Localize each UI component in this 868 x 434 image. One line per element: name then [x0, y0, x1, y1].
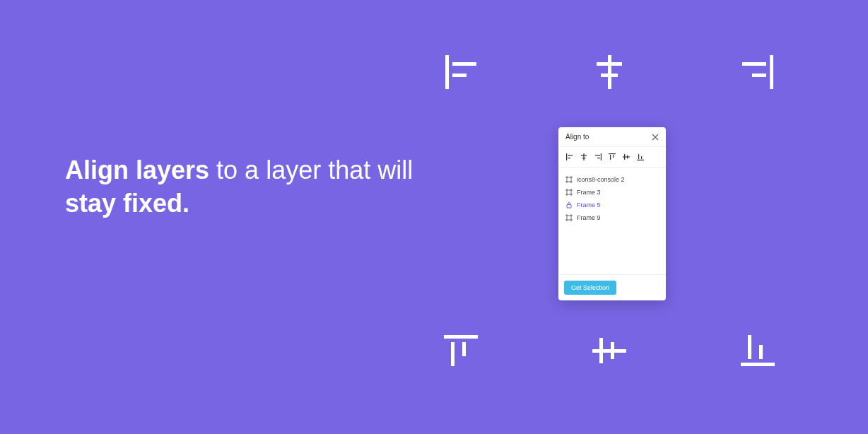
close-icon[interactable] — [652, 134, 659, 141]
svg-rect-21 — [583, 153, 584, 160]
get-selection-button[interactable]: Get Selection — [564, 281, 616, 295]
align-bottom-icon[interactable] — [636, 153, 645, 161]
svg-rect-20 — [568, 158, 570, 158]
align-top-large-icon — [441, 331, 481, 370]
align-horizontal-center-icon[interactable] — [580, 153, 588, 161]
svg-rect-34 — [638, 154, 639, 159]
headline: Align layers to a layer that will stay f… — [65, 154, 413, 221]
svg-rect-28 — [610, 155, 611, 160]
svg-rect-35 — [641, 156, 642, 159]
frame-icon — [565, 189, 573, 196]
frame-icon — [565, 214, 573, 221]
align-top-icon[interactable] — [608, 153, 616, 161]
align-vertical-center-large-icon — [590, 331, 629, 370]
align-left-large-icon — [441, 52, 481, 92]
layer-label: icons8-console 2 — [577, 176, 625, 183]
panel-title: Align to — [565, 133, 589, 141]
headline-text: to a layer that will — [209, 156, 413, 184]
svg-rect-15 — [741, 363, 775, 366]
svg-rect-7 — [742, 62, 766, 66]
svg-rect-14 — [611, 342, 614, 359]
layer-item[interactable]: Frame 9 — [558, 211, 666, 224]
svg-rect-5 — [601, 74, 618, 77]
svg-rect-4 — [597, 62, 622, 66]
svg-rect-25 — [595, 155, 600, 156]
svg-rect-1 — [452, 62, 476, 66]
layer-item-selected[interactable]: Frame 5 — [558, 199, 666, 211]
layers-list: icons8-console 2 Frame 3 Frame 5 Frame 9 — [558, 168, 666, 274]
align-panel: Align to icons8-console 2 — [558, 127, 666, 300]
svg-rect-36 — [567, 205, 571, 209]
layer-item[interactable]: Frame 3 — [558, 186, 666, 199]
svg-rect-3 — [608, 55, 611, 89]
svg-rect-10 — [451, 342, 454, 366]
headline-bold-2: stay fixed. — [65, 189, 189, 218]
svg-rect-17 — [759, 345, 763, 359]
layer-label: Frame 3 — [577, 189, 601, 196]
svg-rect-18 — [566, 153, 567, 160]
align-horizontal-center-large-icon — [590, 52, 629, 92]
svg-rect-11 — [462, 342, 466, 356]
align-right-large-icon — [738, 52, 778, 92]
svg-rect-30 — [623, 156, 630, 157]
svg-rect-16 — [748, 335, 751, 359]
svg-rect-24 — [601, 153, 602, 160]
layer-label: Frame 5 — [577, 201, 601, 209]
svg-rect-26 — [597, 158, 600, 158]
panel-footer: Get Selection — [558, 274, 666, 300]
svg-rect-33 — [637, 160, 644, 160]
frame-icon — [565, 176, 573, 183]
svg-rect-9 — [444, 335, 478, 339]
align-vertical-center-icon[interactable] — [622, 153, 631, 161]
layer-item[interactable]: icons8-console 2 — [558, 173, 666, 186]
layer-label: Frame 9 — [577, 214, 601, 221]
svg-rect-27 — [609, 153, 616, 154]
svg-rect-12 — [592, 349, 626, 353]
svg-rect-8 — [752, 74, 766, 77]
svg-rect-22 — [581, 155, 587, 156]
svg-rect-32 — [627, 156, 628, 159]
align-bottom-large-icon — [738, 331, 778, 370]
svg-rect-19 — [568, 155, 573, 156]
align-left-icon[interactable] — [565, 153, 574, 161]
lock-icon — [565, 201, 573, 209]
svg-rect-31 — [624, 154, 625, 160]
svg-rect-13 — [599, 338, 603, 363]
svg-rect-2 — [452, 74, 467, 77]
panel-header: Align to — [558, 127, 666, 147]
svg-rect-0 — [445, 55, 449, 89]
align-toolbar — [558, 147, 666, 168]
svg-rect-29 — [613, 155, 614, 158]
svg-rect-6 — [770, 55, 773, 89]
svg-rect-23 — [582, 158, 586, 158]
headline-bold-1: Align layers — [65, 156, 209, 184]
align-right-icon[interactable] — [594, 153, 602, 161]
